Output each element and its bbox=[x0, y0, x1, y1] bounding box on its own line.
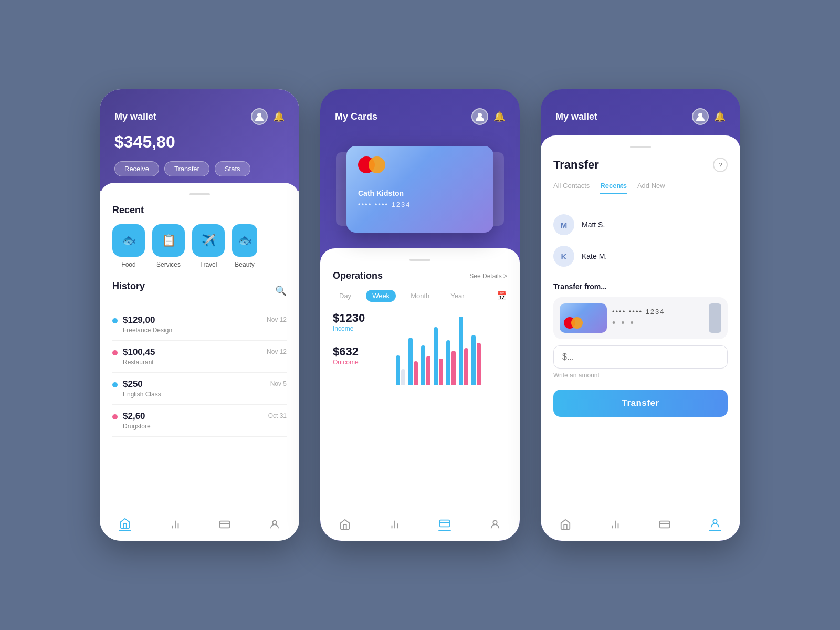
tab-all-contacts[interactable]: All Contacts bbox=[553, 182, 590, 194]
travel-icon: ✈️ bbox=[192, 224, 225, 257]
category-travel[interactable]: ✈️ Travel bbox=[192, 224, 225, 268]
bar-gray bbox=[401, 369, 405, 385]
credit-card[interactable]: Cath Kidston •••• •••• 1234 bbox=[346, 146, 494, 233]
cards-title: My Cards bbox=[335, 111, 377, 122]
services-icon: 📋 bbox=[152, 224, 185, 257]
nav-user[interactable] bbox=[489, 519, 501, 530]
nav-user[interactable] bbox=[269, 519, 280, 530]
period-week[interactable]: Week bbox=[366, 290, 396, 302]
amount-hint: Write an amount bbox=[553, 372, 728, 379]
recent-title: Recent bbox=[112, 205, 287, 216]
beauty-label: Beauty bbox=[235, 261, 254, 268]
food-label: Food bbox=[121, 261, 135, 268]
period-year[interactable]: Year bbox=[444, 290, 470, 302]
bar-pink bbox=[426, 356, 430, 385]
nav-card[interactable] bbox=[219, 519, 230, 530]
category-services[interactable]: 📋 Services bbox=[152, 224, 185, 268]
help-icon[interactable]: ? bbox=[713, 158, 728, 172]
nav-home[interactable] bbox=[560, 519, 571, 530]
transfer-submit-button[interactable]: Transfer bbox=[553, 390, 728, 417]
history-date: Nov 12 bbox=[267, 316, 287, 323]
transfer-card-dots: • • • bbox=[612, 318, 704, 329]
see-details-link[interactable]: See Details > bbox=[469, 272, 507, 280]
bar-blue bbox=[471, 335, 476, 385]
phone-wallet: My wallet 🔔 $345,80 Receive Transfer Sta… bbox=[100, 89, 299, 541]
header-icons: 🔔 bbox=[251, 108, 285, 125]
operations-body: Operations See Details > Day Week Month … bbox=[320, 248, 520, 510]
history-date: Oct 31 bbox=[268, 412, 287, 419]
contact-tabs: All Contacts Recents Add New bbox=[553, 182, 728, 198]
nav-user[interactable] bbox=[709, 518, 721, 531]
food-icon: 🐟 bbox=[112, 224, 145, 257]
nav-chart[interactable] bbox=[610, 519, 621, 530]
bar-pink bbox=[464, 348, 468, 385]
category-food[interactable]: 🐟 Food bbox=[112, 224, 145, 268]
period-tabs: Day Week Month Year 📅 bbox=[333, 290, 507, 302]
card-display: Cath Kidston •••• •••• 1234 bbox=[320, 135, 520, 248]
transfer-button[interactable]: Transfer bbox=[164, 161, 209, 176]
contact-name-kate: Kate M. bbox=[582, 252, 607, 260]
transfer-card-container: •••• •••• 1234 • • • bbox=[553, 297, 728, 339]
transfer-wallet-title: My wallet bbox=[555, 111, 597, 122]
bar-blue bbox=[459, 317, 463, 385]
bar-pink bbox=[439, 359, 443, 385]
notification-icon[interactable]: 🔔 bbox=[273, 111, 285, 122]
nav-home[interactable] bbox=[119, 518, 131, 531]
contact-avatar-k: K bbox=[553, 246, 574, 267]
nav-card[interactable] bbox=[438, 518, 451, 531]
bottom-navigation bbox=[100, 510, 299, 541]
bar-blue bbox=[408, 338, 413, 385]
bar-group bbox=[421, 345, 430, 385]
outcome-amount: $632 bbox=[333, 345, 385, 359]
bar-group bbox=[446, 340, 456, 385]
bar-pink bbox=[452, 351, 456, 385]
history-title: History bbox=[112, 281, 145, 292]
history-header: History 🔍 bbox=[112, 281, 287, 300]
amount-input[interactable] bbox=[562, 352, 719, 362]
mc-orange-circle bbox=[369, 156, 385, 173]
bar-pink bbox=[477, 343, 481, 385]
history-desc: Drugstore bbox=[123, 423, 268, 430]
history-date: Nov 12 bbox=[267, 348, 287, 355]
contact-item-kate[interactable]: K Kate M. bbox=[553, 240, 728, 272]
receive-button[interactable]: Receive bbox=[114, 161, 159, 176]
svg-point-13 bbox=[493, 521, 497, 524]
tab-add-new[interactable]: Add New bbox=[637, 182, 665, 194]
history-amount: $100,45 bbox=[123, 347, 267, 358]
svg-rect-18 bbox=[660, 521, 669, 528]
history-amount: $250 bbox=[123, 379, 270, 390]
history-desc: English Class bbox=[123, 391, 270, 398]
category-list: 🐟 Food 📋 Services ✈️ Travel 🐟 Beauty bbox=[112, 224, 287, 268]
history-search-button[interactable]: 🔍 bbox=[275, 285, 287, 297]
nav-chart[interactable] bbox=[170, 519, 181, 530]
stats-labels: $1230 Income $632 Outcome bbox=[333, 311, 385, 366]
phone-cards: My Cards 🔔 Cath Kidston •••• •••• 1234 O… bbox=[320, 89, 520, 541]
period-day[interactable]: Day bbox=[333, 290, 358, 302]
card-number: •••• •••• 1234 bbox=[358, 201, 482, 208]
stats-button[interactable]: Stats bbox=[215, 161, 250, 176]
calendar-icon[interactable]: 📅 bbox=[497, 291, 507, 301]
avatar[interactable] bbox=[692, 108, 709, 125]
tab-recents[interactable]: Recents bbox=[600, 182, 627, 194]
notification-icon[interactable]: 🔔 bbox=[714, 111, 726, 122]
avatar[interactable] bbox=[251, 108, 268, 125]
cards-header: My Cards 🔔 bbox=[320, 89, 520, 135]
avatar[interactable] bbox=[471, 108, 488, 125]
svg-point-7 bbox=[478, 113, 482, 117]
contact-name-matt: Matt S. bbox=[582, 220, 605, 229]
bar-group bbox=[459, 317, 468, 385]
contact-item-matt[interactable]: M Matt S. bbox=[553, 209, 728, 240]
phone-transfer: My wallet 🔔 Transfer ? All Contacts Rece… bbox=[541, 89, 740, 541]
history-item: $2,60 Drugstore Oct 31 bbox=[112, 405, 287, 437]
period-month[interactable]: Month bbox=[404, 290, 436, 302]
drag-handle bbox=[189, 193, 210, 195]
contact-avatar-m: M bbox=[553, 214, 574, 235]
bar-blue bbox=[434, 327, 438, 385]
card-stub bbox=[709, 303, 721, 333]
nav-card[interactable] bbox=[659, 519, 670, 530]
nav-chart[interactable] bbox=[389, 519, 401, 530]
notification-icon[interactable]: 🔔 bbox=[494, 111, 505, 122]
category-beauty[interactable]: 🐟 Beauty bbox=[232, 224, 257, 268]
drag-handle bbox=[630, 146, 651, 148]
nav-home[interactable] bbox=[339, 519, 351, 530]
